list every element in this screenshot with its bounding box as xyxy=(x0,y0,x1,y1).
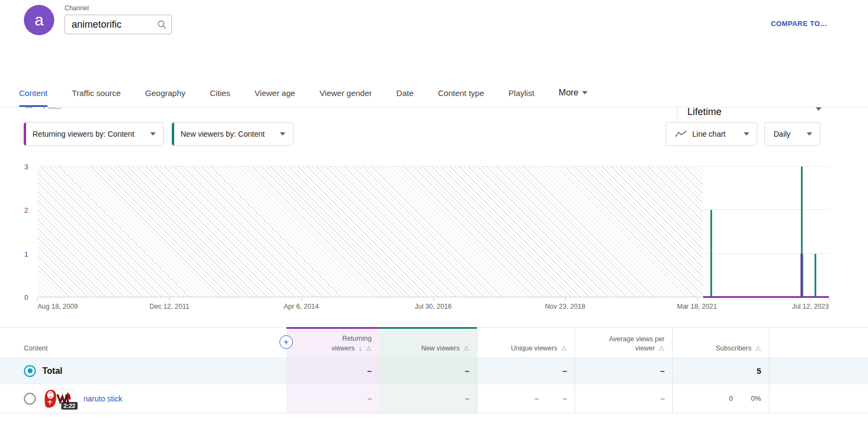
metric-dropdown-label: Returning viewers by: Content xyxy=(33,130,135,138)
tab-content[interactable]: Content xyxy=(19,79,48,107)
purple-accent-bar xyxy=(24,123,26,145)
dimension-tabs: Content Traffic source Geography Cities … xyxy=(0,79,868,107)
tab-date[interactable]: Date xyxy=(397,79,414,107)
x-axis-tick-label: Jul 30, 2016 xyxy=(414,303,451,310)
channel-name: animetorific xyxy=(72,19,157,30)
x-axis-tick xyxy=(697,298,698,301)
metric-dropdown-label: New viewers by: Content xyxy=(181,130,265,138)
table-total-row: Total – – – – 5 xyxy=(0,358,868,384)
date-preset-text: Lifetime xyxy=(687,106,868,118)
warning-icon[interactable]: ⚠ xyxy=(561,344,567,352)
video-unique-viewers: –– xyxy=(477,384,575,413)
total-unique-viewers: – xyxy=(477,358,575,384)
total-radio-selected[interactable] xyxy=(24,365,36,377)
data-spike xyxy=(801,167,803,297)
chart-type-dropdown[interactable]: Line chart xyxy=(666,122,757,146)
x-axis-tick-label: Apr 6, 2014 xyxy=(284,303,319,310)
warning-icon[interactable]: ⚠ xyxy=(755,344,761,352)
chart-plot-area xyxy=(37,167,829,297)
y-axis-tick-label: 2 xyxy=(24,207,28,214)
tab-more[interactable]: More xyxy=(559,79,588,107)
chevron-down-icon xyxy=(582,91,588,94)
compare-to-button[interactable]: COMPARE TO… xyxy=(771,20,827,28)
video-row-lead: 2:22 naruto stick xyxy=(0,384,286,413)
x-axis-tick xyxy=(829,298,829,301)
x-axis-tick xyxy=(433,298,434,301)
video-returning-viewers: – xyxy=(286,384,379,413)
video-duration-badge: 2:22 xyxy=(61,402,78,410)
video-title-link[interactable]: naruto stick xyxy=(84,394,123,403)
column-header-label: Unique viewers xyxy=(511,344,557,352)
warning-icon[interactable]: ⚠ xyxy=(463,344,469,352)
tab-geography[interactable]: Geography xyxy=(145,79,186,107)
plus-icon: + xyxy=(284,338,289,347)
column-header-subscribers[interactable]: Subscribers⚠ xyxy=(672,328,769,358)
total-row-lead: Total xyxy=(0,358,286,384)
channel-search-input[interactable]: animetorific xyxy=(65,15,172,34)
total-subscribers: 5 xyxy=(672,358,769,384)
x-axis-tick-label: Nov 23, 2018 xyxy=(545,303,585,310)
total-empty-cell xyxy=(769,358,868,384)
video-new-viewers: – xyxy=(379,384,477,413)
x-axis-tick xyxy=(37,298,38,301)
total-new-viewers: – xyxy=(379,358,477,384)
add-metric-button[interactable]: + xyxy=(279,335,293,349)
table-video-row: 2:22 naruto stick – – –– – 00% xyxy=(0,384,868,413)
column-header-returning-viewers[interactable]: Returning viewers↓⚠ xyxy=(286,328,379,358)
chart-y-axis: 0123 xyxy=(0,167,28,297)
channel-avatar[interactable]: a xyxy=(24,5,54,35)
video-subscribers: 00% xyxy=(672,384,769,413)
x-axis-tick xyxy=(565,298,566,301)
column-header-average-views[interactable]: Average views per viewer⚠ xyxy=(575,328,672,358)
chevron-down-icon xyxy=(280,132,285,136)
x-axis-tick-label: Mar 18, 2021 xyxy=(677,303,717,310)
returning-viewers-metric-dropdown[interactable]: Returning viewers by: Content xyxy=(23,122,164,146)
tab-playlist[interactable]: Playlist xyxy=(508,79,534,107)
chart-type-label: Line chart xyxy=(692,130,725,138)
column-header-empty xyxy=(769,328,868,358)
tab-content-type[interactable]: Content type xyxy=(438,79,484,107)
x-axis-tick-label: Jul 12, 2023 xyxy=(792,303,829,310)
column-header-label: New viewers xyxy=(421,344,459,352)
column-header-unique-viewers[interactable]: Unique viewers⚠ xyxy=(477,328,575,358)
series-baseline xyxy=(703,296,829,298)
tab-traffic-source[interactable]: Traffic source xyxy=(72,79,121,107)
tab-viewer-gender[interactable]: Viewer gender xyxy=(320,79,372,107)
granularity-label: Daily xyxy=(774,130,790,138)
search-icon[interactable] xyxy=(157,20,167,30)
column-header-content: Content xyxy=(0,328,286,358)
channel-label: Channel xyxy=(65,4,89,12)
chevron-down-icon xyxy=(807,132,812,136)
total-returning-viewers: – xyxy=(286,358,379,384)
video-radio-unselected[interactable] xyxy=(24,393,36,405)
y-axis-tick-label: 3 xyxy=(24,163,28,170)
more-label: More xyxy=(559,88,578,98)
video-empty-cell xyxy=(769,384,868,413)
data-spike xyxy=(815,254,816,297)
chart-x-axis: Aug 18, 2009Dec 12, 2011Apr 6, 2014Jul 3… xyxy=(37,297,829,312)
column-header-label: Average views per viewer xyxy=(609,335,665,352)
total-average-views: – xyxy=(575,358,672,384)
warning-icon[interactable]: ⚠ xyxy=(659,344,665,352)
warning-icon[interactable]: ⚠ xyxy=(366,344,372,352)
analytics-page: a Channel animetorific COMPARE TO… Filte… xyxy=(0,0,868,434)
y-axis-tick-label: 0 xyxy=(24,294,28,301)
video-thumbnail[interactable]: 2:22 xyxy=(42,388,76,410)
tab-viewer-age[interactable]: Viewer age xyxy=(254,79,295,107)
video-average-views: – xyxy=(575,384,672,413)
teal-accent-bar xyxy=(172,123,174,145)
filter-bar[interactable]: Filter Aug 18, 2009 – Jul 12, 2023 Lifet… xyxy=(0,46,868,79)
tab-cities[interactable]: Cities xyxy=(210,79,231,107)
column-header-new-viewers[interactable]: New viewers⚠ xyxy=(379,328,477,358)
top-header: a Channel animetorific COMPARE TO… xyxy=(0,0,868,46)
new-viewers-metric-dropdown[interactable]: New viewers by: Content xyxy=(171,122,293,146)
granularity-dropdown[interactable]: Daily xyxy=(764,122,820,146)
sort-descending-icon[interactable]: ↓ xyxy=(359,344,362,352)
table-header-row: Content Returning viewers↓⚠ New viewers⚠… xyxy=(0,327,868,358)
chevron-down-icon xyxy=(744,132,749,136)
total-label: Total xyxy=(42,366,62,376)
no-data-hatched-region xyxy=(37,167,703,297)
x-axis-tick xyxy=(301,298,302,301)
x-axis-tick-label: Aug 18, 2009 xyxy=(37,303,78,310)
column-header-label: Subscribers xyxy=(716,344,751,352)
